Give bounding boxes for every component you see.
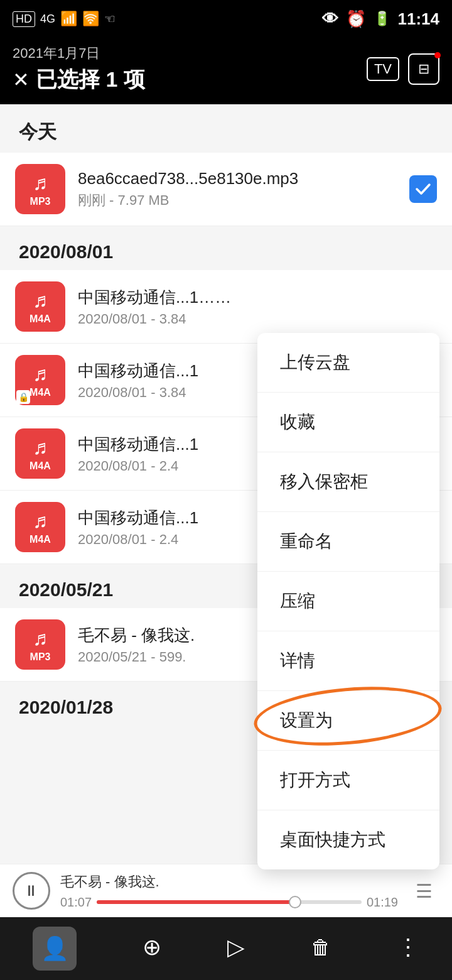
- file-icon-m4a-locked: ♬ M4A 🔒: [15, 355, 65, 405]
- file-checkbox[interactable]: [409, 175, 437, 203]
- file-info: 中国移动通信...1…… 2020/08/01 - 3.84: [78, 286, 437, 327]
- nav-play[interactable]: ▷: [227, 934, 245, 963]
- progress-thumb: [289, 896, 301, 908]
- top-bar-actions: TV ⊟: [367, 53, 439, 85]
- status-bar: HD 4G 📶 🛜 ☜ 👁 ⏰ 🔋 11:14: [0, 0, 452, 38]
- alarm-icon: ⏰: [346, 9, 366, 29]
- file-meta: 2020/08/01 - 3.84: [78, 311, 437, 327]
- time-display: 11:14: [398, 9, 440, 29]
- music-icon: ♬: [33, 362, 48, 386]
- close-button[interactable]: ✕: [13, 68, 30, 92]
- format-m4a: M4A: [30, 313, 51, 325]
- signal-4g: 4G: [40, 13, 55, 26]
- file-info: 8ea6ccaed738...5e8130e.mp3 刚刚 - 7.97 MB: [78, 169, 409, 210]
- menu-rename[interactable]: 重命名: [257, 512, 439, 572]
- format-mp3: MP3: [30, 651, 51, 663]
- menu-shortcut[interactable]: 桌面快捷方式: [257, 810, 439, 869]
- file-item[interactable]: ♬ MP3 8ea6ccaed738...5e8130e.mp3 刚刚 - 7.…: [0, 153, 452, 226]
- checkmark-icon: [414, 180, 432, 198]
- player-extra-button[interactable]: ☰: [408, 875, 439, 906]
- progress-track[interactable]: [97, 900, 362, 904]
- delete-icon: 🗑: [311, 936, 331, 959]
- format-m4a: M4A: [30, 534, 51, 545]
- pause-icon: ⏸: [24, 882, 39, 900]
- music-icon: ♬: [33, 509, 48, 533]
- context-menu: 上传云盘 收藏 移入保密柜 重命名 压缩 详情 设置为 打开方式 桌面快捷方式: [257, 333, 439, 869]
- play-nav-icon: ▷: [227, 934, 245, 961]
- tv-button[interactable]: TV: [367, 57, 399, 81]
- music-icon: ♬: [33, 289, 48, 312]
- nav-delete[interactable]: 🗑: [311, 936, 331, 962]
- format-m4a: M4A: [30, 460, 51, 472]
- selection-title: 已选择 1 项: [36, 65, 145, 94]
- cast-button[interactable]: ⊟: [408, 53, 439, 85]
- player-bar: ⏸ 毛不易 - 像我这. 01:07 01:19 ☰: [0, 864, 452, 917]
- bottom-nav: 👤 ⊕ ▷ 🗑 ⋮: [0, 917, 452, 980]
- nav-more[interactable]: ⋮: [397, 934, 419, 963]
- battery-icon: 🔋: [374, 11, 390, 27]
- nav-thumbnail[interactable]: 👤: [33, 927, 77, 971]
- wifi-icon: 🛜: [82, 11, 99, 27]
- music-icon: ♬: [33, 436, 48, 459]
- top-bar-left: 2021年1月7日 ✕ 已选择 1 项: [13, 44, 145, 94]
- player-progress: 01:07 01:19: [60, 895, 398, 910]
- music-icon: ♬: [33, 172, 48, 195]
- playlist-icon: ☰: [416, 880, 433, 902]
- nav-add[interactable]: ⊕: [143, 934, 161, 963]
- eye-icon: 👁: [322, 9, 338, 29]
- file-name: 8ea6ccaed738...5e8130e.mp3: [78, 169, 409, 188]
- progress-fill: [97, 900, 295, 904]
- nfc-icon: ☜: [104, 11, 116, 26]
- file-icon-m4a: ♬ M4A: [15, 502, 65, 552]
- file-icon-mp3: ♬ MP3: [15, 164, 65, 214]
- format-mp3: MP3: [30, 196, 51, 207]
- status-right: 👁 ⏰ 🔋 11:14: [322, 9, 440, 29]
- menu-compress[interactable]: 压缩: [257, 572, 439, 631]
- file-name: 中国移动通信...1……: [78, 286, 437, 308]
- header-date: 2021年1月7日: [13, 44, 100, 63]
- player-track-name: 毛不易 - 像我这.: [60, 873, 398, 891]
- lock-icon: 🔒: [16, 390, 30, 404]
- hd-label: HD: [13, 11, 35, 27]
- file-meta: 刚刚 - 7.97 MB: [78, 191, 409, 210]
- menu-open-with[interactable]: 打开方式: [257, 751, 439, 810]
- menu-secure-box[interactable]: 移入保密柜: [257, 452, 439, 512]
- format-m4a: M4A: [30, 387, 51, 398]
- section-today: 今天: [0, 104, 452, 153]
- more-icon: ⋮: [397, 934, 419, 961]
- menu-details[interactable]: 详情: [257, 631, 439, 691]
- section-2020-08-01: 2020/08/01: [0, 226, 452, 270]
- signal-bars-icon: 📶: [60, 11, 77, 27]
- player-info: 毛不易 - 像我这. 01:07 01:19: [60, 873, 398, 910]
- menu-upload-cloud[interactable]: 上传云盘: [257, 333, 439, 393]
- file-icon-m4a: ♬ M4A: [15, 281, 65, 332]
- cast-dot: [434, 52, 441, 58]
- file-icon-mp3: ♬ MP3: [15, 619, 65, 670]
- cast-icon: ⊟: [418, 61, 429, 77]
- add-icon: ⊕: [143, 934, 161, 961]
- music-icon: ♬: [33, 627, 48, 650]
- time-elapsed: 01:07: [60, 895, 92, 910]
- file-icon-m4a: ♬ M4A: [15, 428, 65, 479]
- top-bar: 2021年1月7日 ✕ 已选择 1 项 TV ⊟: [0, 38, 452, 104]
- status-left: HD 4G 📶 🛜 ☜: [13, 11, 116, 27]
- pause-button[interactable]: ⏸: [13, 872, 50, 910]
- menu-set-as[interactable]: 设置为: [257, 691, 439, 751]
- time-total: 01:19: [367, 895, 398, 910]
- menu-favorite[interactable]: 收藏: [257, 393, 439, 452]
